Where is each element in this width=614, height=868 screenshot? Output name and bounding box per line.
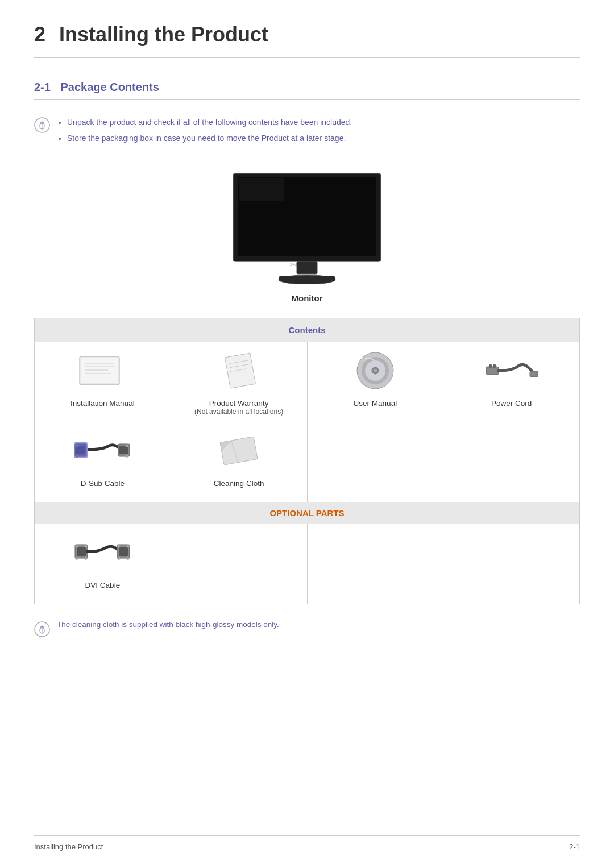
svg-rect-25 — [486, 367, 499, 375]
opt-empty-3 — [443, 524, 580, 604]
svg-rect-11 — [81, 358, 118, 383]
cleaning-cloth-img — [177, 428, 301, 474]
chapter-title-text: Installing the Product — [59, 23, 268, 46]
chapter-title: 2 Installing the Product — [34, 23, 580, 58]
svg-point-37 — [126, 454, 128, 457]
user-manual-img — [313, 348, 438, 393]
monitor-section: SAMSUNG Monitor — [34, 165, 580, 312]
svg-point-49 — [118, 545, 121, 547]
contents-table: Contents — [34, 318, 580, 604]
user-manual-label: User Manual — [354, 399, 397, 408]
product-warranty-label: Product Warranty — [209, 399, 269, 408]
empty-cell-2 — [443, 422, 580, 502]
note-bullet1: Unpack the product and check if all of t… — [67, 116, 352, 130]
dvi-cable-img — [40, 530, 165, 575]
svg-rect-7 — [297, 261, 317, 274]
installation-manual-cell: Installation Manual — [35, 342, 171, 422]
bottom-note: The cleaning cloth is supplied with blac… — [34, 620, 580, 637]
svg-point-24 — [374, 369, 377, 372]
table-header: Contents — [35, 318, 580, 342]
svg-rect-35 — [119, 446, 128, 454]
cleaning-cloth-label: Cleaning Cloth — [214, 479, 264, 488]
bottom-note-text: The cleaning cloth is supplied with blac… — [57, 620, 279, 629]
note-text: Unpack the product and check if all of t… — [57, 116, 352, 148]
section-title-text: Package Contents — [60, 81, 159, 93]
bottom-note-icon — [34, 621, 50, 637]
table-row-images-1: Installation Manual — [35, 342, 580, 422]
note-icon — [34, 117, 50, 133]
empty-cell-1 — [307, 422, 443, 502]
dsub-cable-label: D-Sub Cable — [81, 479, 125, 488]
optional-header: OPTIONAL PARTS — [35, 502, 580, 524]
svg-rect-5 — [239, 178, 284, 201]
dsub-cable-cell: D-Sub Cable — [35, 422, 171, 502]
svg-point-51 — [127, 545, 130, 547]
svg-rect-9 — [279, 276, 335, 281]
monitor-label: Monitor — [292, 293, 323, 303]
page-footer: Installing the Product 2-1 — [34, 835, 580, 851]
chapter-num: 2 — [34, 23, 45, 46]
note-bullet2: Store the packaging box in case you need… — [67, 132, 352, 146]
table-row-images-2: D-Sub Cable — [35, 422, 580, 502]
svg-point-45 — [85, 545, 88, 547]
section-num: 2-1 — [34, 81, 51, 93]
svg-point-50 — [118, 556, 121, 559]
product-warranty-cell: Product Warranty (Not available in all l… — [171, 342, 307, 422]
svg-point-46 — [85, 556, 88, 559]
footer-right: 2-1 — [569, 842, 580, 851]
svg-rect-27 — [493, 364, 496, 368]
power-cord-label: Power Cord — [491, 399, 532, 408]
cleaning-cloth-cell: Cleaning Cloth — [171, 422, 307, 502]
svg-point-44 — [76, 556, 78, 559]
opt-empty-2 — [307, 524, 443, 604]
svg-rect-28 — [530, 371, 538, 377]
svg-rect-33 — [74, 442, 88, 458]
dsub-cable-img — [40, 428, 165, 474]
svg-rect-26 — [489, 364, 492, 368]
svg-point-52 — [127, 556, 130, 559]
optional-row-images: DVI Cable — [35, 524, 580, 604]
optional-header-row: OPTIONAL PARTS — [35, 502, 580, 524]
opt-empty-1 — [171, 524, 307, 604]
svg-rect-48 — [119, 547, 128, 556]
installation-manual-label: Installation Manual — [70, 399, 135, 408]
footer-left: Installing the Product — [34, 842, 103, 851]
dvi-cable-label: DVI Cable — [85, 581, 121, 589]
product-warranty-sub: (Not available in all locations) — [194, 408, 283, 416]
dvi-cable-cell: DVI Cable — [35, 524, 171, 604]
svg-point-36 — [126, 444, 128, 447]
svg-rect-42 — [77, 547, 86, 556]
power-cord-img — [449, 348, 574, 393]
installation-manual-img — [40, 348, 165, 393]
section-title: 2-1 Package Contents — [34, 81, 580, 100]
power-cord-cell: Power Cord — [443, 342, 580, 422]
table-header-row: Contents — [35, 318, 580, 342]
svg-rect-16 — [225, 353, 256, 388]
product-warranty-img — [177, 348, 301, 393]
monitor-image: SAMSUNG — [216, 165, 398, 290]
svg-rect-38 — [220, 437, 258, 465]
svg-point-43 — [76, 545, 78, 547]
user-manual-cell: User Manual — [307, 342, 443, 422]
note-block: Unpack the product and check if all of t… — [34, 116, 580, 148]
